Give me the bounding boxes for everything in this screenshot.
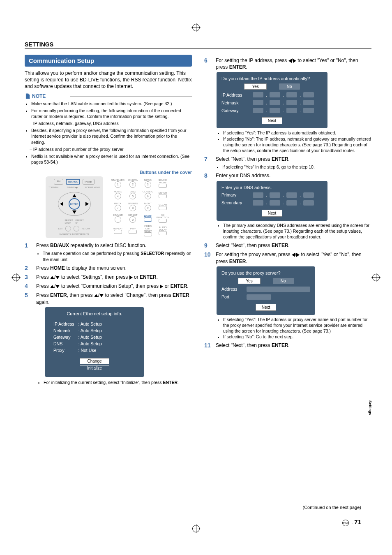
step-number: 2 [25, 265, 32, 271]
step-number: 11 [204, 342, 212, 349]
step-number: 7 [204, 156, 212, 170]
osd-next: Next [256, 304, 277, 311]
proxy-osd: Do you use the proxy server? Yes No Addr… [217, 266, 315, 315]
page-number: 71 [354, 518, 361, 525]
step-body: Select "Next", then press ENTER. If sele… [216, 156, 371, 170]
osd-no: No [279, 83, 300, 90]
step-number: 5 [25, 292, 32, 305]
step-body: Press HOME to display the menu screen. [36, 265, 192, 271]
continued-note: (Continued on the next page) [303, 505, 362, 510]
ethernet-setup-osd: Current Ethernet setup info. IP Address:… [45, 307, 144, 377]
lang-badge: EN [342, 520, 349, 526]
registration-mark [372, 274, 380, 281]
registration-mark [192, 24, 200, 31]
ip-auto-osd: Do you obtain the IP address automatical… [217, 72, 327, 128]
step-body: Press ENTER, then press / to select "Cha… [36, 292, 192, 305]
step-number: 6 [204, 57, 212, 70]
remote-numpad-illustration: STANDARD1 CINEMA2 NEWS3 SOUND MODE MUSIC… [110, 176, 171, 238]
step-sub-bullet: If selecting "No": The IP address, netma… [223, 136, 371, 154]
step-body: Select "Next", then press ENTER. [216, 342, 371, 349]
step-number: 3 [25, 274, 32, 280]
note-rule [70, 97, 192, 97]
step-sub-bullet: If selecting "No": Go to the next step. [223, 334, 371, 340]
step-body: Select "Next", then press ENTER. [216, 242, 371, 249]
note-label: NOTE [25, 93, 46, 99]
osd-no: No [273, 278, 294, 284]
page-footer: EN - 71 [342, 518, 361, 526]
step-sub-bullet: The primary and secondary DNS addresses … [223, 222, 371, 240]
step-body: Press / to select "Communication Setup",… [36, 283, 192, 289]
osd-next: Next [262, 117, 283, 124]
intro-paragraph: This allows you to perform and/or change… [25, 70, 192, 90]
step-number: 9 [204, 242, 212, 249]
step-body: Press BD/AUX repeatedly to select DISC f… [36, 242, 192, 262]
step-sub-bullet: For initializing the current setting, se… [44, 379, 192, 385]
step-body: For setting the proxy server, press / to… [216, 251, 371, 264]
osd-next: Next [262, 210, 283, 217]
section-title: SETTINGS [25, 41, 371, 49]
step-number: 10 [204, 251, 212, 264]
change-button: Change [80, 358, 109, 364]
osd-question: Do you use the proxy server? [221, 271, 310, 275]
step-sub-bullet: If selecting "Yes": The IP address or pr… [223, 317, 371, 334]
step-sub-bullet: If selecting "Yes": The IP address is au… [223, 130, 371, 136]
step-number: 1 [25, 242, 32, 262]
step-number: 8 [204, 172, 212, 179]
dns-osd: Enter your DNS address. Primary... Secon… [217, 181, 327, 221]
osd-yes: Yes [244, 83, 266, 90]
osd-question: Do you obtain the IP address automatical… [221, 76, 323, 81]
step-body: For setting the IP address, press / to s… [216, 57, 371, 70]
step-body: Enter your DNS address. [216, 172, 371, 179]
remote-illustration: FM BD/AUX iPod/▶ TOP MENU TUNING◀▶ POP-U… [25, 176, 192, 238]
side-tab: Settings [368, 399, 372, 417]
osd-title: Current Ethernet setup info. [51, 311, 138, 316]
step-number: 4 [25, 283, 32, 289]
osd-yes: Yes [238, 278, 260, 284]
step-body: Press / to select "Settings", then press… [36, 274, 192, 280]
note-list: Make sure that the LAN cable is connecte… [25, 101, 192, 165]
note-icon [25, 93, 30, 99]
topic-heading: Communication Setup [25, 55, 192, 67]
buttons-caption: Buttons under the cover [25, 170, 192, 175]
registration-mark [12, 274, 20, 281]
remote-dpad-illustration: FM BD/AUX iPod/▶ TOP MENU TUNING◀▶ POP-U… [46, 176, 103, 238]
osd-question: Enter your DNS address. [221, 185, 323, 190]
registration-mark [192, 525, 200, 532]
initialize-button: Initialize [80, 365, 109, 371]
